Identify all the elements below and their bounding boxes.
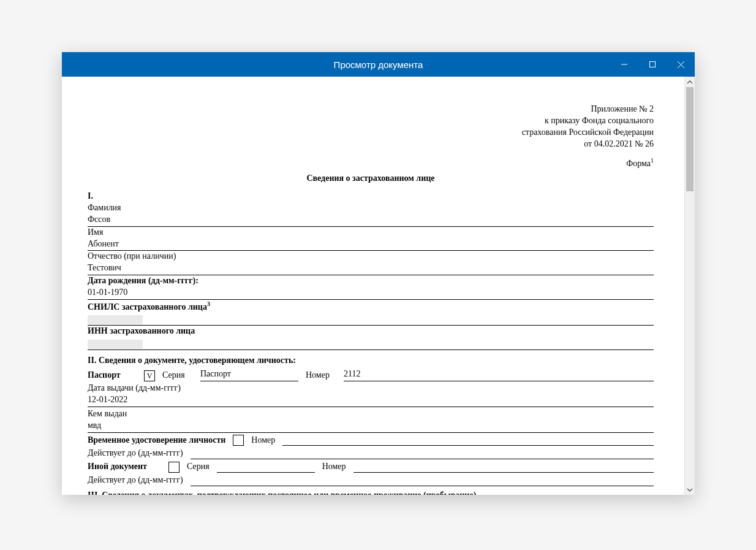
dob-value: 01-01-1970 bbox=[88, 287, 654, 300]
dob-label: Дата рождения (дд-мм-гггг): bbox=[88, 275, 654, 287]
section1-number: I. bbox=[88, 191, 654, 202]
document-page: Приложение № 2 к приказу Фонда социально… bbox=[69, 85, 672, 495]
masked-inn bbox=[88, 340, 143, 349]
temp-number-label: Номер bbox=[251, 435, 275, 446]
other-valid-value bbox=[191, 485, 654, 486]
name-value: Абонент bbox=[88, 239, 654, 251]
header-line3: страхования Российской Федерации bbox=[88, 127, 654, 139]
temp-id-row: Временное удостоверение личности Номер bbox=[88, 435, 654, 446]
close-icon bbox=[678, 61, 684, 68]
number-value: 2112 bbox=[344, 369, 654, 381]
issued-by-label: Кем выдан bbox=[88, 408, 654, 420]
header-block: Приложение № 2 к приказу Фонда социально… bbox=[88, 104, 654, 150]
inn-field: ИНН застрахованного лица bbox=[88, 326, 654, 350]
temp-id-checkbox[interactable] bbox=[233, 435, 244, 446]
surname-label: Фамилия bbox=[88, 202, 654, 214]
passport-label: Паспорт bbox=[88, 370, 137, 381]
masked-snils bbox=[88, 315, 143, 324]
inn-label: ИНН застрахованного лица bbox=[88, 326, 654, 337]
temp-number-value bbox=[282, 445, 654, 446]
temp-id-label: Временное удостоверение личности bbox=[88, 435, 225, 446]
patronymic-field: Отчество (при наличии) Тестович bbox=[88, 251, 654, 275]
other-doc-row: Иной документ Серия Номер bbox=[88, 461, 654, 473]
svg-rect-1 bbox=[650, 62, 656, 67]
temp-valid-label: Действует до (дд-мм-гггг) bbox=[88, 448, 183, 459]
issue-date-field: Дата выдачи (дд-мм-гггг) 12-01-2022 bbox=[88, 383, 654, 407]
document-viewport[interactable]: Приложение № 2 к приказу Фонда социально… bbox=[62, 77, 684, 495]
maximize-icon bbox=[649, 61, 656, 67]
temp-valid-row: Действует до (дд-мм-гггг) bbox=[88, 448, 654, 459]
document-title: Сведения о застрахованном лице bbox=[88, 173, 654, 185]
other-doc-checkbox[interactable] bbox=[168, 462, 180, 473]
dob-field: Дата рождения (дд-мм-гггг): 01-01-1970 bbox=[88, 275, 654, 300]
snils-label: СНИЛС застрахованного лица3 bbox=[88, 300, 654, 313]
patronymic-value: Тестович bbox=[88, 262, 654, 275]
issue-date-label: Дата выдачи (дд-мм-гггг) bbox=[88, 383, 654, 394]
chevron-down-icon bbox=[687, 487, 693, 493]
issued-by-value: мвд bbox=[88, 420, 654, 433]
window-title: Просмотр документа bbox=[334, 59, 423, 70]
name-field: Имя Абонент bbox=[88, 227, 654, 251]
window-controls bbox=[610, 52, 695, 77]
other-series-label: Серия bbox=[187, 461, 210, 473]
name-label: Имя bbox=[88, 227, 654, 239]
other-doc-label: Иной документ bbox=[88, 461, 161, 473]
issued-by-field: Кем выдан мвд bbox=[88, 408, 654, 433]
other-number-value bbox=[353, 472, 654, 473]
other-number-label: Номер bbox=[322, 461, 346, 473]
surname-field: Фамилия Фссов bbox=[88, 202, 654, 227]
issue-date-value: 12-01-2022 bbox=[88, 394, 654, 407]
section2-title: II. Сведения о документе, удостоверяющем… bbox=[88, 355, 654, 367]
scroll-up-button[interactable] bbox=[685, 77, 695, 87]
minimize-icon bbox=[621, 61, 627, 67]
temp-valid-value bbox=[191, 458, 654, 459]
passport-row: Паспорт V Серия Паспорт Номер 2112 bbox=[88, 369, 654, 381]
content-area: Приложение № 2 к приказу Фонда социально… bbox=[62, 77, 695, 495]
number-label: Номер bbox=[306, 370, 336, 381]
other-valid-row: Действует до (дд-мм-гггг) bbox=[88, 475, 654, 486]
other-series-value bbox=[217, 472, 315, 473]
patronymic-label: Отчество (при наличии) bbox=[88, 251, 654, 262]
header-line1: Приложение № 2 bbox=[88, 104, 654, 115]
inn-value bbox=[88, 337, 654, 350]
scroll-thumb[interactable] bbox=[686, 87, 694, 191]
series-label: Серия bbox=[162, 370, 193, 381]
scroll-track[interactable] bbox=[685, 87, 695, 484]
snils-field: СНИЛС застрахованного лица3 bbox=[88, 300, 654, 326]
other-valid-label: Действует до (дд-мм-гггг) bbox=[88, 475, 183, 486]
section3-title-line1: III. Сведения о документах, подтверждающ… bbox=[88, 490, 654, 495]
surname-value: Фссов bbox=[88, 214, 654, 227]
maximize-button[interactable] bbox=[638, 52, 667, 77]
series-value: Паспорт bbox=[200, 369, 298, 381]
header-line2: к приказу Фонда социального bbox=[88, 115, 654, 127]
snils-value bbox=[88, 313, 654, 326]
scroll-down-button[interactable] bbox=[685, 484, 695, 495]
minimize-button[interactable] bbox=[610, 52, 638, 77]
close-button[interactable] bbox=[667, 52, 695, 77]
vertical-scrollbar[interactable] bbox=[684, 77, 695, 495]
titlebar: Просмотр документа bbox=[62, 52, 695, 77]
form-label: Форма1 bbox=[88, 156, 654, 170]
header-line4: от 04.02.2021 № 26 bbox=[88, 139, 654, 150]
passport-checkbox[interactable]: V bbox=[144, 370, 155, 381]
chevron-up-icon bbox=[687, 79, 693, 85]
document-viewer-window: Просмотр документа Приложение № 2 к прик… bbox=[62, 52, 695, 495]
